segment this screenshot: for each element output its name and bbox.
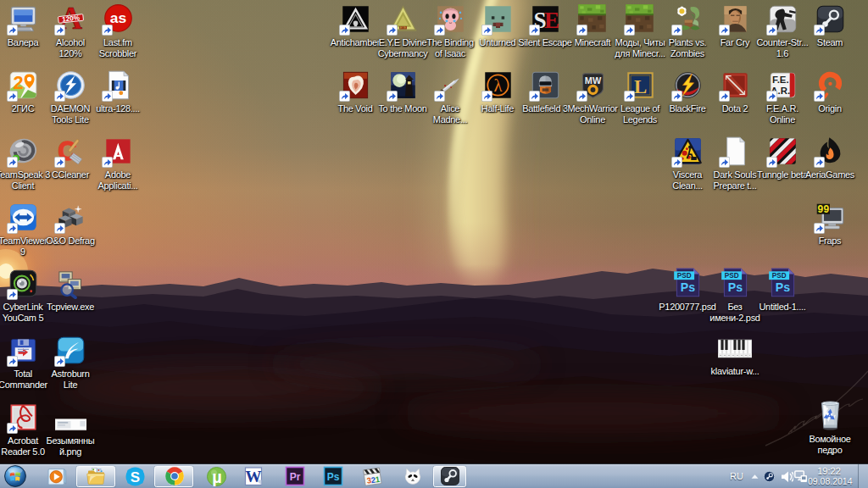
svg-text:S: S <box>131 469 140 485</box>
svg-text:Pr: Pr <box>290 471 301 483</box>
svg-text:F.E.: F.E. <box>771 75 788 85</box>
svg-text:µ: µ <box>212 468 222 486</box>
svg-text:EYE: EYE <box>400 26 407 30</box>
svg-text:L: L <box>633 76 646 97</box>
svg-text:Ps: Ps <box>327 471 340 483</box>
svg-text:99: 99 <box>817 204 829 216</box>
svg-text:W: W <box>246 468 262 485</box>
svg-text:E: E <box>544 8 559 33</box>
svg-text:λ: λ <box>493 76 502 95</box>
svg-text:MW: MW <box>584 75 601 86</box>
